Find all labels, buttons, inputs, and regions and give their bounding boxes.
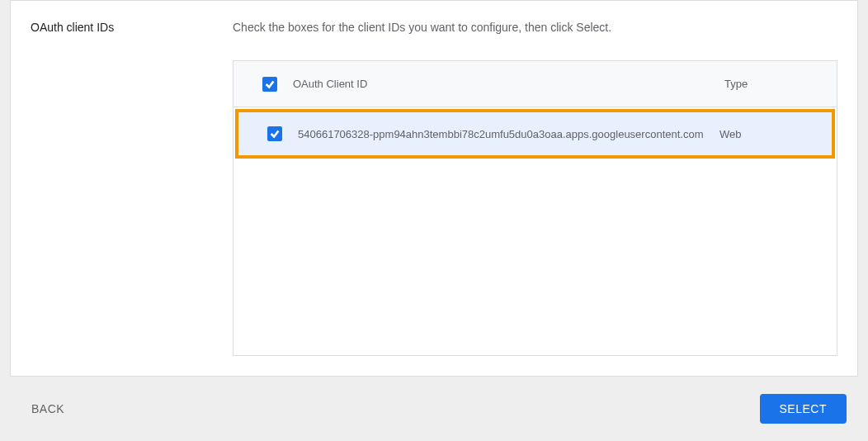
select-button[interactable]: Select bbox=[760, 394, 847, 424]
header-type: Type bbox=[724, 78, 823, 90]
highlighted-row-frame: 540661706328-ppm94ahn3tembbi78c2umfu5du0… bbox=[235, 109, 835, 159]
section-content: Check the boxes for the client IDs you w… bbox=[233, 21, 837, 356]
row-type: Web bbox=[719, 128, 818, 140]
header-client-id: OAuth Client ID bbox=[293, 78, 724, 90]
section-label: OAuth client IDs bbox=[31, 21, 233, 356]
select-all-checkbox[interactable] bbox=[262, 77, 277, 92]
check-icon bbox=[264, 78, 276, 90]
client-ids-table: OAuth Client ID Type 540661706328-ppm94a… bbox=[233, 60, 837, 356]
table-header-row: OAuth Client ID Type bbox=[234, 61, 837, 107]
oauth-client-ids-panel: OAuth client IDs Check the boxes for the… bbox=[10, 0, 858, 377]
instruction-text: Check the boxes for the client IDs you w… bbox=[233, 21, 837, 34]
back-button[interactable]: Back bbox=[21, 396, 74, 422]
table-row[interactable]: 540661706328-ppm94ahn3tembbi78c2umfu5du0… bbox=[238, 112, 832, 155]
check-icon bbox=[269, 128, 281, 140]
header-checkbox-cell bbox=[247, 77, 293, 92]
row-checkbox-cell bbox=[252, 126, 298, 141]
row-checkbox[interactable] bbox=[267, 126, 282, 141]
dialog-footer: Back Select bbox=[0, 377, 868, 441]
row-client-id: 540661706328-ppm94ahn3tembbi78c2umfu5du0… bbox=[298, 128, 719, 140]
